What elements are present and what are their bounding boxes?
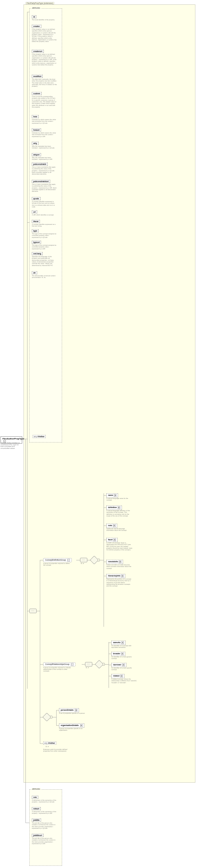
attribute-how: howIndicates by which means the value wa… (32, 115, 57, 124)
expand-icon[interactable]: + (114, 494, 116, 497)
sequence-def (80, 558, 87, 562)
expand-icon[interactable]: + (121, 642, 124, 644)
any-other-top: any ##other (33, 435, 46, 438)
elem-name: definition (108, 506, 117, 508)
connector (105, 664, 109, 664)
attr-desc: Indicates by which means the value was e… (32, 132, 57, 137)
connector (109, 676, 111, 676)
conn (103, 663, 105, 666)
expand-icon[interactable]: + (121, 653, 124, 655)
attr-name: jobtitleuri (32, 834, 43, 837)
elem-desc: In NAR 1.8 and later 'facet' is deprecat… (106, 542, 133, 551)
person-details: personDetails + (59, 708, 79, 712)
cardinality: 0..∞ (86, 667, 89, 669)
connector (100, 560, 104, 560)
organisation-details: organisationDetails + (59, 723, 84, 727)
elem-remoteInfo: remoteInfo+ (106, 560, 123, 564)
attr-name: roleuri (32, 807, 41, 810)
any-other-bottom: any ##other (43, 742, 56, 745)
expand-icon[interactable]: + (113, 539, 116, 541)
connector (104, 576, 106, 576)
elem-desc: Represents the position of a concept in … (106, 578, 133, 587)
connector (40, 664, 43, 664)
elem-name: personDetails (61, 709, 73, 711)
attribute-dir: dirThe directionality of textual content… (32, 271, 57, 278)
attribute-creatoruri: creatoruriIf the property value is not d… (32, 50, 57, 66)
connector (104, 493, 104, 627)
expand-icon[interactable]: − (67, 559, 70, 561)
connector (109, 665, 111, 665)
connector (27, 12, 29, 12)
connector (37, 611, 40, 611)
expand-icon[interactable]: + (121, 575, 124, 577)
attr-name: xml:lang (32, 252, 43, 255)
attribute-modified: modifiedThe date (and, optionally, the t… (32, 75, 57, 87)
attr-desc: The type of the concept assigned as cont… (32, 233, 57, 238)
elem-hierarchyInfo: hierarchyInfo+ (106, 574, 125, 578)
expand-icon[interactable]: + (118, 506, 120, 509)
attribute-jobtitleuri: jobtitleuriThe job title of the person w… (32, 834, 57, 844)
attr-desc: Why the metadata has been included - exp… (32, 145, 57, 149)
attribute-pubconstrainturi: pubconstrainturiOne or many constraints … (32, 180, 57, 192)
attr-desc: The type of the concept assigned as cont… (32, 244, 57, 250)
elem-name: name (108, 494, 113, 496)
connector (27, 12, 28, 689)
cardinality: 0..∞ (46, 746, 49, 747)
connector (26, 439, 26, 823)
elem-note: note+ (106, 524, 117, 528)
elem-desc: An identifier of a more generic concept. (111, 656, 138, 659)
sequence-rel (85, 662, 92, 666)
attr-name: custom (32, 92, 42, 95)
attr-desc: If the property value is not defined, sp… (32, 28, 57, 42)
expand-icon[interactable]: + (120, 675, 123, 677)
elem-name: note (108, 524, 112, 526)
attr-desc: A refinement of the semantics of the pro… (32, 799, 57, 803)
attr-name: why (32, 142, 39, 145)
attributes-label: attributes (31, 7, 41, 9)
attr-desc: The directionality of textual content (e… (32, 275, 57, 278)
attribute-why: whyWhy the metadata has been included - … (32, 142, 57, 149)
elem-facet: facet+ (106, 538, 117, 542)
connector (52, 717, 56, 717)
attribute-id: idThe local identifier of the property. (32, 15, 57, 21)
attribute-howuri: howuriIndicates by which means the value… (32, 128, 57, 137)
attr-desc: A refinement of the semantics of the pro… (32, 811, 57, 814)
attributes-bottom-box: attributes roleA refinement of the seman… (29, 789, 62, 866)
expand-icon[interactable]: + (122, 664, 125, 666)
attr-desc: A concept identifier expressed in QCode … (32, 201, 57, 208)
attribute-whyuri: whyuriWhy the metadata has been included… (32, 153, 57, 160)
attribute-custom: customIf set to true the corresponding p… (32, 92, 57, 108)
elem-broader: broader+ (111, 652, 125, 656)
attribute-uri: uriA URI which identifies a concept. (32, 210, 57, 216)
attribute-roleuri: roleuriA refinement of the semantics of … (32, 807, 57, 814)
attr-desc: One or many constraints that apply to pu… (32, 166, 57, 175)
expand-icon[interactable]: + (80, 724, 83, 727)
elem-desc: A set of properties specific to a person (59, 712, 85, 714)
connector (56, 710, 59, 710)
attr-name: literal (32, 220, 40, 223)
conn (50, 716, 52, 718)
expand-icon[interactable]: + (119, 561, 121, 563)
attr-name: pubconstrainturi (32, 180, 50, 183)
connector (104, 507, 106, 508)
attributes-top-box: attributes idThe local identifier of the… (29, 8, 62, 442)
expand-icon[interactable]: + (113, 524, 116, 527)
sequence-main (29, 609, 37, 613)
any-other-label: ##other (37, 436, 44, 437)
expand-icon[interactable]: + (75, 709, 77, 712)
attr-desc: Indicates by which means the value was e… (32, 119, 57, 124)
attribute-jobtitle: jobtitleThe job title of the person who … (32, 818, 57, 829)
elem-related: related+ (111, 674, 124, 678)
root-type-desc: Flexible Author (creator or contributor)… (1, 442, 20, 449)
elem-desc: A natural language name for the concept. (106, 497, 133, 501)
connector (56, 725, 59, 726)
expand-icon[interactable]: − (71, 663, 73, 666)
elem-name: related (113, 675, 119, 677)
attr-name: dir (32, 271, 37, 274)
attr-desc: If the property value is not defined, sp… (32, 53, 57, 66)
elem-definition: definition+ (106, 505, 122, 510)
root-type-name: FlexAuthorPropType (2, 437, 25, 440)
extension-label: FlexPartyPropType (extension) (26, 2, 54, 4)
elem-name: hierarchyInfo (108, 575, 120, 577)
connector (40, 743, 43, 744)
